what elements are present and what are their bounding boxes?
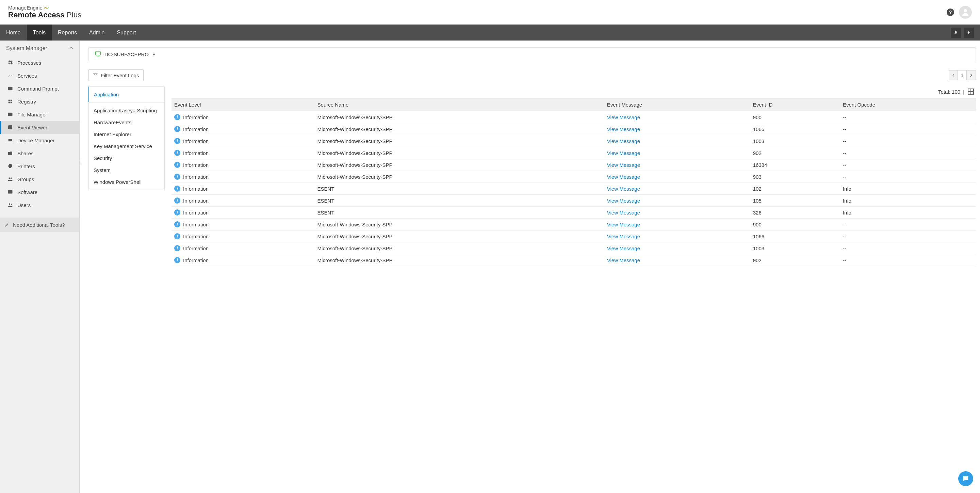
event-opcode: -- [840, 135, 976, 147]
brand-bottom-strong: Remote Access [8, 11, 65, 19]
event-id: 1066 [750, 230, 840, 243]
table-header-cell[interactable]: Event ID [750, 98, 840, 111]
sidebar-item-groups[interactable]: Groups [0, 172, 79, 185]
user-avatar[interactable] [959, 6, 972, 19]
brand-accent-icon [43, 5, 49, 11]
sidebar-item-users[interactable]: Users [0, 198, 79, 211]
source-name: Microsoft-Windows-Security-SPP [315, 230, 605, 243]
help-icon[interactable]: ? [947, 8, 954, 16]
event-table: Event LevelSource NameEvent MessageEvent… [172, 98, 976, 266]
event-level: Information [183, 222, 208, 227]
svg-point-0 [964, 9, 967, 12]
device-icon [7, 137, 13, 144]
event-opcode: -- [840, 123, 976, 135]
table-row: iInformationMicrosoft-Windows-Security-S… [172, 135, 976, 147]
sidebar-section-toggle[interactable]: System Manager [0, 40, 79, 56]
filter-icon [93, 72, 98, 78]
nav-item-home[interactable]: Home [0, 24, 27, 40]
filter-event-logs-button[interactable]: Filter Event Logs [89, 69, 143, 81]
view-message-link[interactable]: View Message [607, 210, 640, 215]
monitor-icon [95, 51, 101, 57]
view-message-link[interactable]: View Message [607, 186, 640, 192]
sidebar-section-title: System Manager [6, 45, 47, 51]
table-header-cell[interactable]: Event Opcode [840, 98, 976, 111]
view-message-link[interactable]: View Message [607, 162, 640, 168]
table-header-cell[interactable]: Event Message [605, 98, 750, 111]
event-id: 102 [750, 183, 840, 195]
nav-item-admin[interactable]: Admin [83, 24, 111, 40]
table-header-cell[interactable]: Event Level [172, 98, 315, 111]
view-message-link[interactable]: View Message [607, 246, 640, 251]
svg-rect-1 [8, 87, 12, 90]
sidebar-item-label: Groups [18, 176, 34, 182]
sidebar-item-label: Users [18, 202, 30, 208]
sidebar-item-device-manager[interactable]: Device Manager [0, 134, 79, 147]
sidebar-item-processes[interactable]: Processes [0, 56, 79, 69]
computer-selector[interactable]: DC-SURFACEPRO ▼ [89, 47, 976, 61]
info-icon: i [174, 174, 180, 180]
table-row: iInformationESENTView Message326Info [172, 207, 976, 219]
nav-item-tools[interactable]: Tools [27, 24, 52, 40]
event-opcode: -- [840, 111, 976, 123]
sidebar-item-shares[interactable]: Shares [0, 147, 79, 160]
view-message-link[interactable]: View Message [607, 138, 640, 144]
view-message-link[interactable]: View Message [607, 114, 640, 120]
page-next-button[interactable] [967, 70, 975, 80]
view-message-link[interactable]: View Message [607, 174, 640, 180]
nav-item-reports[interactable]: Reports [52, 24, 83, 40]
view-message-link[interactable]: View Message [607, 150, 640, 156]
bolt-icon[interactable] [964, 27, 974, 38]
info-icon: i [174, 126, 180, 132]
sidebar-item-registry[interactable]: Registry [0, 95, 79, 108]
log-category-item[interactable]: Key Management Service [89, 140, 164, 152]
sidebar-item-label: Printers [18, 163, 35, 169]
sidebar-item-services[interactable]: Services [0, 69, 79, 82]
log-category-active-tab[interactable]: Application [89, 87, 164, 102]
nav-item-support[interactable]: Support [111, 24, 142, 40]
event-id: 903 [750, 171, 840, 183]
brand-bottom-thin: Plus [67, 11, 82, 19]
event-level: Information [183, 126, 208, 132]
table-columns-icon[interactable] [968, 89, 974, 95]
log-category-item[interactable]: ApplicationKaseya Scripting [89, 105, 164, 116]
view-message-link[interactable]: View Message [607, 198, 640, 204]
log-category-item[interactable]: Windows PowerShell [89, 176, 164, 188]
info-icon: i [174, 114, 180, 120]
view-message-link[interactable]: View Message [607, 222, 640, 227]
sidebar-item-command-prompt[interactable]: Command Prompt [0, 82, 79, 95]
event-id: 902 [750, 147, 840, 159]
computer-name: DC-SURFACEPRO [105, 51, 149, 57]
sidebar-item-label: Shares [18, 150, 34, 156]
table-header-cell[interactable]: Source Name [315, 98, 605, 111]
log-category-item[interactable]: Internet Explorer [89, 128, 164, 140]
shares-icon [7, 150, 13, 156]
event-opcode: -- [840, 254, 976, 266]
event-level: Information [183, 114, 208, 120]
view-message-link[interactable]: View Message [607, 234, 640, 239]
info-icon: i [174, 162, 180, 168]
sidebar-item-software[interactable]: Software [0, 185, 79, 198]
source-name: Microsoft-Windows-Security-SPP [315, 111, 605, 123]
event-level: Information [183, 246, 208, 251]
log-category-item[interactable]: System [89, 164, 164, 176]
table-row: iInformationMicrosoft-Windows-Security-S… [172, 111, 976, 123]
chat-fab[interactable] [958, 471, 973, 486]
event-opcode: Info [840, 207, 976, 219]
event-level: Information [183, 198, 208, 204]
log-category-item[interactable]: HardwareEvents [89, 116, 164, 128]
sidebar-footer-link[interactable]: Need Additional Tools? [0, 217, 79, 232]
table-row: iInformationMicrosoft-Windows-Security-S… [172, 171, 976, 183]
view-message-link[interactable]: View Message [607, 257, 640, 263]
sidebar-item-file-manager[interactable]: File Manager [0, 108, 79, 121]
chevron-up-icon [69, 45, 73, 51]
sidebar-item-event-viewer[interactable]: Event Viewer [0, 121, 79, 134]
svg-point-7 [9, 203, 10, 204]
sidebar-item-printers[interactable]: Printers [0, 160, 79, 172]
view-message-link[interactable]: View Message [607, 126, 640, 132]
event-id: 900 [750, 219, 840, 230]
page-prev-button[interactable] [949, 70, 958, 80]
log-category-item[interactable]: Security [89, 152, 164, 164]
sidebar-collapse-handle[interactable]: ⋮⋮⋮ [80, 160, 83, 164]
rocket-icon[interactable] [951, 27, 961, 38]
svg-rect-6 [8, 190, 12, 193]
